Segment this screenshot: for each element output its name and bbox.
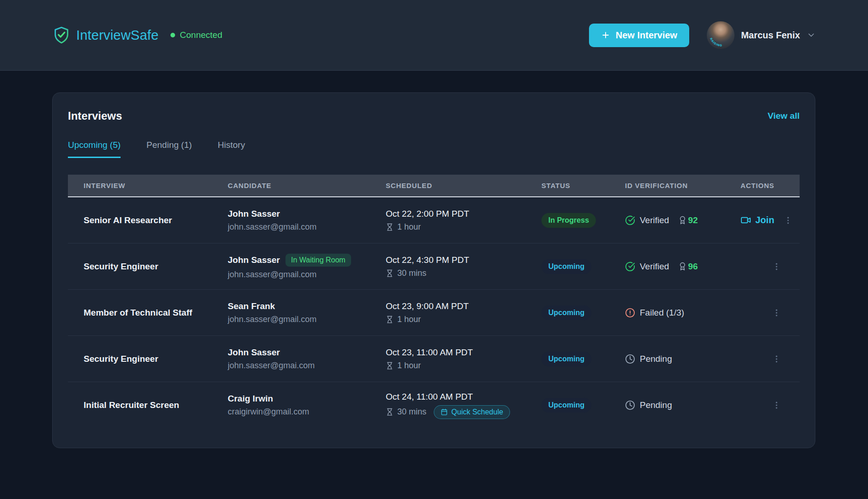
waiting-room-badge: In Waiting Room <box>285 254 351 267</box>
quick-schedule-badge[interactable]: Quick Schedule <box>434 405 510 419</box>
trust-score: 96 <box>678 262 698 272</box>
status-cell: Upcoming <box>526 352 609 366</box>
actions-cell <box>725 260 800 273</box>
interviews-table: INTERVIEW CANDIDATE SCHEDULED STATUS ID … <box>68 175 800 428</box>
column-id-verification: ID VERIFICATION <box>609 182 725 189</box>
interview-cell: Senior AI Researcher <box>68 215 212 225</box>
avatar-arc-text: RAISING SEED <box>707 21 724 47</box>
table-row: Senior AI Researcher John Sasser john.sa… <box>68 197 800 243</box>
interview-title: Initial Recruiter Screen <box>84 400 179 410</box>
plus-icon <box>601 30 610 40</box>
alert-circle-icon <box>625 308 635 318</box>
scheduled-cell: Oct 22, 2:00 PM PDT 1 hour <box>370 209 526 232</box>
trust-score-value: 92 <box>688 215 698 225</box>
tab-pending[interactable]: Pending (1) <box>146 140 192 158</box>
hourglass-icon <box>386 269 394 277</box>
schedule-date: Oct 22, 2:00 PM PDT <box>386 209 526 219</box>
candidate-name: John Sasser <box>228 209 280 219</box>
clock-icon <box>625 400 635 410</box>
verification-label: Failed (1/3) <box>640 308 684 318</box>
app-name: InterviewSafe <box>76 28 158 43</box>
table-row: Member of Technical Staff Sean Frank joh… <box>68 290 800 336</box>
schedule-date: Oct 22, 4:30 PM PDT <box>386 255 526 265</box>
trust-score-value: 96 <box>688 262 698 272</box>
row-menu-button[interactable] <box>770 306 783 319</box>
candidate-name: Sean Frank <box>228 301 275 311</box>
table-row: Security Engineer John Sasser In Waiting… <box>68 243 800 290</box>
join-button[interactable]: Join <box>741 215 774 225</box>
user-menu[interactable]: RAISING SEED Marcus Fenix <box>707 21 816 49</box>
candidate-name: John Sasser <box>228 255 280 265</box>
scheduled-cell: Oct 24, 11:00 AM PDT 30 mins <box>370 392 526 419</box>
new-interview-button[interactable]: New Interview <box>589 24 689 47</box>
row-menu-button[interactable] <box>770 260 783 273</box>
chevron-down-icon <box>807 30 816 40</box>
quick-schedule-label: Quick Schedule <box>451 408 503 416</box>
join-label: Join <box>755 215 774 225</box>
avatar: RAISING SEED <box>707 21 734 49</box>
check-circle-icon <box>625 262 635 272</box>
award-icon <box>678 262 687 271</box>
verification-cell: Failed (1/3) <box>609 308 725 318</box>
column-scheduled: SCHEDULED <box>370 182 526 189</box>
duration: 1 hour <box>397 361 421 371</box>
hourglass-icon <box>386 223 394 231</box>
status-badge: Upcoming <box>541 398 591 413</box>
duration: 1 hour <box>397 222 421 232</box>
candidate-name: John Sasser <box>228 347 280 358</box>
tab-history[interactable]: History <box>218 140 245 158</box>
verification-cell: Pending <box>609 354 725 364</box>
interview-title: Security Engineer <box>84 354 158 364</box>
status-dot-icon <box>170 33 175 37</box>
candidate-cell: Craig Irwin craigirwin@gmail.com <box>212 394 370 417</box>
top-bar: InterviewSafe Connected New Interview RA… <box>0 0 868 71</box>
candidate-email: john.sasser@gmail.com <box>228 315 370 324</box>
new-interview-label: New Interview <box>616 30 677 41</box>
tab-upcoming[interactable]: Upcoming (5) <box>68 140 121 158</box>
interview-title: Senior AI Researcher <box>84 215 172 225</box>
row-menu-button[interactable] <box>770 399 783 412</box>
actions-cell: Join <box>725 214 800 227</box>
connection-status-label: Connected <box>180 30 222 40</box>
svg-text:RAISING SEED: RAISING SEED <box>707 21 724 47</box>
schedule-date: Oct 23, 9:00 AM PDT <box>386 301 526 311</box>
hourglass-icon <box>386 408 394 416</box>
verification-label: Verified <box>640 262 669 272</box>
status-badge: In Progress <box>541 213 596 228</box>
verification-cell: Pending <box>609 400 725 410</box>
scheduled-cell: Oct 23, 9:00 AM PDT 1 hour <box>370 301 526 324</box>
interview-cell: Security Engineer <box>68 262 212 272</box>
status-badge: Upcoming <box>541 259 591 274</box>
candidate-email: john.sasser@gmail.com <box>228 270 370 280</box>
video-camera-icon <box>741 215 751 225</box>
interview-title: Member of Technical Staff <box>84 308 192 317</box>
verification-label: Pending <box>640 400 672 410</box>
tab-bar: Upcoming (5) Pending (1) History <box>68 140 800 158</box>
verification-cell: Verified 96 <box>609 262 725 272</box>
duration: 1 hour <box>397 315 421 324</box>
column-status: STATUS <box>526 182 609 189</box>
verification-cell: Verified 92 <box>609 215 725 225</box>
interview-cell: Security Engineer <box>68 354 212 364</box>
hourglass-icon <box>386 316 394 323</box>
status-badge: Upcoming <box>541 352 591 366</box>
row-menu-button[interactable] <box>770 353 783 365</box>
status-cell: Upcoming <box>526 259 609 274</box>
award-icon <box>678 216 687 225</box>
candidate-email: john.sasser@gmail.com <box>228 222 370 232</box>
table-row: Security Engineer John Sasser john.sasse… <box>68 336 800 382</box>
duration: 30 mins <box>397 407 426 417</box>
table-body: Senior AI Researcher John Sasser john.sa… <box>68 197 800 428</box>
schedule-date: Oct 24, 11:00 AM PDT <box>386 392 526 402</box>
candidate-cell: John Sasser john.sasser@gmail.com <box>212 209 370 232</box>
user-name: Marcus Fenix <box>741 30 800 41</box>
status-cell: Upcoming <box>526 305 609 320</box>
view-all-link[interactable]: View all <box>768 111 800 121</box>
scheduled-cell: Oct 22, 4:30 PM PDT 30 mins <box>370 255 526 278</box>
table-header: INTERVIEW CANDIDATE SCHEDULED STATUS ID … <box>68 175 800 197</box>
trust-score: 92 <box>678 215 698 225</box>
shield-check-icon <box>52 25 71 45</box>
page-title: Interviews <box>68 110 122 122</box>
row-menu-button[interactable] <box>782 214 795 227</box>
candidate-email: craigirwin@gmail.com <box>228 407 370 417</box>
